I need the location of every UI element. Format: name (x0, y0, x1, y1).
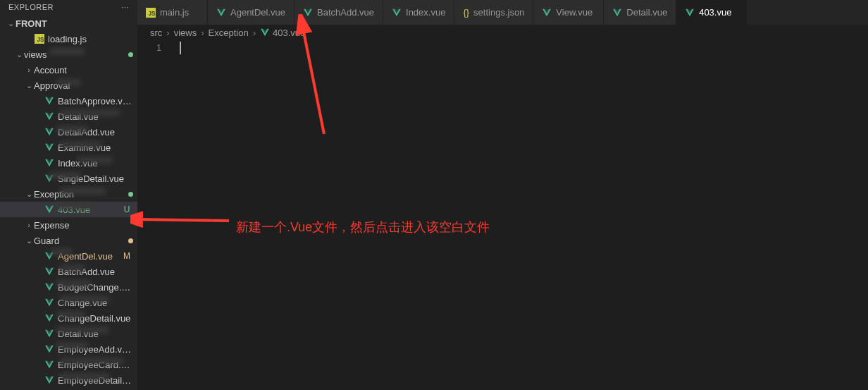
tab-label: BatchAdd.vue (317, 7, 374, 18)
chevron-down-icon: ⌄ (6, 19, 16, 28)
explorer-title: EXPLORER (8, 3, 54, 11)
root-label: FRONT (16, 18, 132, 29)
tab-label: Detail.vue (626, 7, 667, 18)
tab-label: AgentDel.vue (230, 7, 285, 18)
editor-tab[interactable]: View.vue (533, 0, 604, 25)
breadcrumb-separator: › (250, 28, 259, 38)
tree-item-label: Account (34, 65, 132, 75)
vue-icon (612, 8, 622, 18)
svg-text:JS: JS (37, 37, 45, 43)
breadcrumb-separator: › (198, 28, 206, 38)
breadcrumb-item[interactable]: 403.vue (260, 28, 305, 38)
tree-item-label: Guard (34, 236, 132, 246)
breadcrumb-label: src (150, 28, 162, 38)
text-cursor (180, 42, 181, 54)
tree-file[interactable]: JSloading.js (0, 31, 137, 47)
editor-tab[interactable]: JSmain.js (137, 0, 208, 25)
tree-file[interactable]: BatchApprove.vue (0, 93, 137, 109)
editor-tabs: JSmain.jsAgentDel.vueBatchAdd.vueIndex.v… (137, 0, 868, 25)
vue-icon (44, 298, 55, 307)
vue-icon (392, 8, 402, 18)
vue-icon (685, 8, 695, 18)
tree-item-label: Approval (34, 80, 132, 91)
chevron-icon: ⌄ (14, 50, 24, 59)
vue-icon (44, 142, 55, 152)
tab-label: main.js (160, 7, 189, 18)
editor-tab[interactable]: BatchAdd.vue (294, 0, 383, 25)
git-status-badge: U (122, 205, 132, 214)
vue-icon (216, 8, 226, 18)
line-numbers: 1 (137, 40, 173, 54)
project-root[interactable]: ⌄ FRONT (0, 16, 137, 31)
tree-folder[interactable]: ›Account (0, 62, 137, 78)
breadcrumb-item[interactable]: Exception (209, 28, 249, 38)
vue-icon (44, 360, 55, 370)
vue-icon (44, 329, 55, 339)
chevron-icon: › (24, 221, 34, 229)
chevron-icon: ⌄ (24, 190, 34, 199)
vue-icon (303, 8, 313, 18)
chevron-icon: ⌄ (24, 236, 34, 245)
tree-item-label: loading.js (48, 34, 132, 44)
js-icon: JS (34, 34, 45, 44)
vue-icon (542, 8, 552, 18)
tab-label: 403.vue (699, 7, 731, 18)
explorer-more-icon[interactable]: ··· (121, 3, 129, 11)
vue-icon (44, 205, 55, 214)
git-status-dot (128, 238, 133, 243)
tab-label: settings.json (473, 7, 524, 18)
editor-tab[interactable]: Detail.vue (604, 0, 676, 25)
vue-icon (44, 313, 55, 323)
json-icon: {} (463, 7, 469, 18)
git-status-badge: M (122, 251, 132, 261)
vue-icon (44, 127, 55, 137)
vue-icon (44, 111, 55, 121)
editor-area: JSmain.jsAgentDel.vueBatchAdd.vueIndex.v… (137, 0, 868, 390)
tree-folder[interactable]: ›Expense (0, 217, 137, 233)
line-number: 1 (137, 42, 161, 54)
editor-tab[interactable]: Index.vue (383, 0, 454, 25)
breadcrumb-item[interactable]: src (150, 28, 162, 38)
vue-icon (44, 158, 55, 168)
breadcrumb-label: Exception (209, 28, 249, 38)
tree-item-label: Expense (34, 220, 132, 231)
svg-text:JS: JS (149, 11, 156, 17)
breadcrumb-label: 403.vue (273, 28, 305, 38)
vue-icon (44, 344, 55, 354)
git-status-dot (128, 192, 133, 197)
explorer-header: EXPLORER ··· (0, 0, 137, 14)
js-icon: JS (146, 8, 156, 18)
breadcrumb-label: views (174, 28, 197, 38)
vue-icon (44, 282, 55, 292)
editor-tab[interactable]: AgentDel.vue (208, 0, 294, 25)
editor-tab[interactable]: 403.vue (676, 0, 747, 25)
chevron-icon: ⌄ (24, 81, 34, 90)
vue-icon (44, 267, 55, 276)
tree-folder[interactable]: ⌄Guard (0, 233, 137, 248)
editor-tab[interactable]: {}settings.json (454, 0, 533, 25)
tree-item-label: BatchApprove.vue (58, 96, 132, 106)
vue-icon (44, 96, 55, 106)
tree-file[interactable]: Index.vue (0, 155, 137, 171)
editor-content[interactable] (180, 40, 868, 390)
annotation-text: 新建一个.Vue文件，然后点击进入该空白文件 (236, 219, 490, 236)
vue-icon (44, 375, 55, 385)
breadcrumb-separator: › (163, 28, 172, 38)
breadcrumb[interactable]: src›views›Exception› 403.vue (137, 25, 868, 40)
tab-label: View.vue (556, 7, 593, 18)
tab-label: Index.vue (406, 7, 445, 18)
git-status-dot (128, 52, 133, 57)
code-editor[interactable]: 1 (137, 40, 868, 390)
chevron-icon: › (24, 66, 34, 74)
breadcrumb-item[interactable]: views (174, 28, 197, 38)
